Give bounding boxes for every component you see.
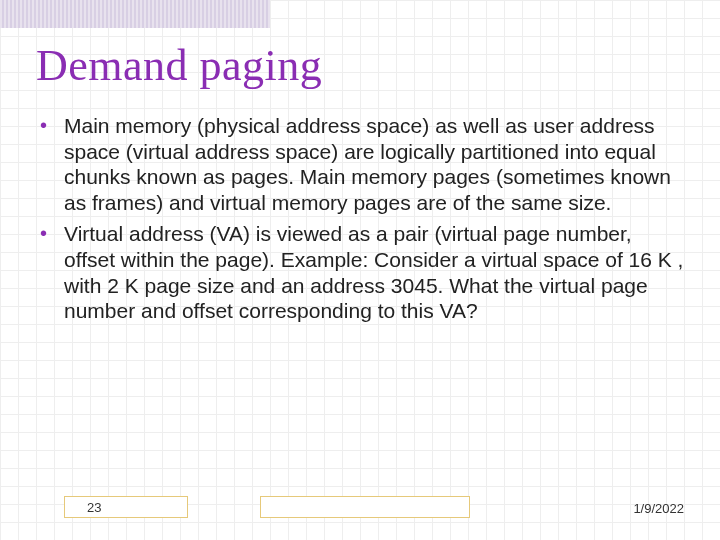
footer-page-box: 23: [64, 496, 188, 518]
bullet-list: Main memory (physical address space) as …: [36, 113, 684, 324]
page-number: 23: [87, 500, 101, 515]
footer-date: 1/9/2022: [633, 501, 684, 516]
slide-content: Demand paging Main memory (physical addr…: [0, 0, 720, 540]
slide-title: Demand paging: [36, 40, 684, 91]
footer-center-box: [260, 496, 470, 518]
slide-footer: 23 1/9/2022: [0, 492, 720, 518]
list-item: Virtual address (VA) is viewed as a pair…: [58, 221, 684, 323]
list-item: Main memory (physical address space) as …: [58, 113, 684, 215]
